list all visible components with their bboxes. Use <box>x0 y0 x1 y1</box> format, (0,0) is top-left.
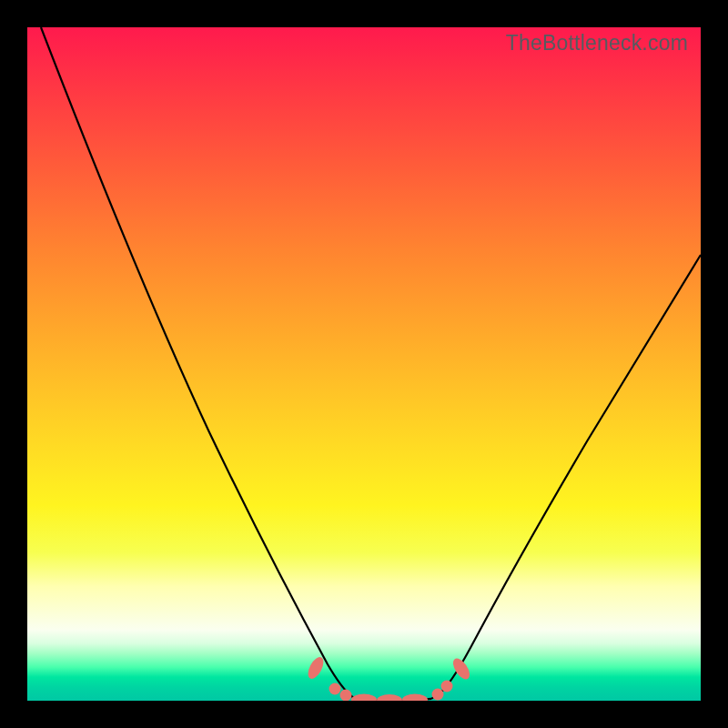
curve-right-branch <box>431 255 701 699</box>
curve-markers <box>305 654 473 701</box>
marker-dot <box>432 689 444 701</box>
marker-dot <box>340 690 352 702</box>
marker-pill-bottom <box>377 694 402 701</box>
marker-dot <box>441 681 453 693</box>
chart-frame: TheBottleneck.com <box>0 0 728 728</box>
marker-pill-left <box>305 654 327 681</box>
marker-pill-bottom <box>402 694 428 702</box>
bottleneck-curve <box>27 27 701 701</box>
marker-pill-bottom <box>351 694 377 702</box>
marker-dot <box>329 683 341 695</box>
curve-left-branch <box>41 27 355 699</box>
plot-area: TheBottleneck.com <box>27 27 701 701</box>
